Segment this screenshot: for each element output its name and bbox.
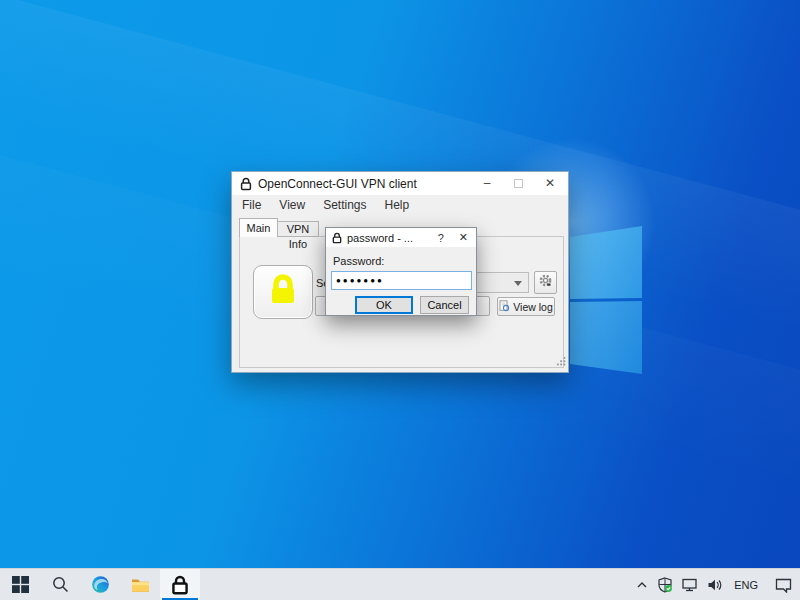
- menu-help[interactable]: Help: [376, 195, 419, 215]
- file-explorer-icon: [131, 577, 150, 593]
- lock-icon: [240, 177, 252, 191]
- resize-grip[interactable]: [556, 352, 566, 370]
- taskbar: ENG: [0, 568, 800, 600]
- action-center-icon[interactable]: [775, 578, 792, 593]
- gear-icon: [538, 273, 553, 292]
- system-tray: ENG: [636, 569, 792, 600]
- language-indicator[interactable]: ENG: [732, 579, 760, 591]
- maximize-button: [514, 179, 523, 188]
- server-settings-button[interactable]: [534, 271, 557, 294]
- tab-strip: Main VPN Info: [239, 218, 319, 237]
- yellow-lock-icon: [265, 272, 301, 312]
- password-dialog: password - ... ? ✕ Password: ●●●●●●● OK …: [325, 227, 477, 316]
- windows-logo-pane-top: [570, 225, 643, 301]
- search-icon: [52, 576, 69, 593]
- desktop: OpenConnect-GUI VPN client – ✕ File View…: [0, 0, 800, 600]
- menu-view[interactable]: View: [270, 195, 314, 215]
- tab-main[interactable]: Main: [239, 218, 278, 237]
- menu-file[interactable]: File: [233, 195, 270, 215]
- password-label: Password:: [333, 255, 384, 267]
- password-input[interactable]: ●●●●●●●: [331, 271, 472, 290]
- view-log-label: View log: [513, 301, 553, 313]
- window-title: OpenConnect-GUI VPN client: [258, 177, 417, 191]
- windows-start-icon: [12, 576, 29, 593]
- network-icon[interactable]: [682, 578, 698, 592]
- tab-vpn-info[interactable]: VPN Info: [278, 221, 319, 237]
- start-button[interactable]: [0, 569, 40, 600]
- taskbar-edge-button[interactable]: [80, 569, 120, 600]
- lock-icon: [332, 232, 342, 244]
- edge-icon: [91, 575, 110, 594]
- tray-chevron-up-icon[interactable]: [636, 579, 648, 591]
- taskbar-file-explorer-button[interactable]: [120, 569, 160, 600]
- view-log-button[interactable]: View log: [497, 297, 555, 316]
- dialog-close-button[interactable]: ✕: [459, 231, 468, 244]
- chevron-down-icon: [514, 281, 522, 286]
- help-button[interactable]: ?: [438, 232, 444, 244]
- taskbar-openconnect-button[interactable]: [160, 569, 200, 600]
- main-titlebar[interactable]: OpenConnect-GUI VPN client – ✕: [232, 172, 568, 195]
- menu-settings[interactable]: Settings: [314, 195, 375, 215]
- ok-button[interactable]: OK: [355, 296, 413, 314]
- connect-lock-button[interactable]: [253, 265, 313, 319]
- cancel-button[interactable]: Cancel: [420, 296, 469, 314]
- menu-bar: File View Settings Help: [232, 195, 568, 215]
- windows-security-icon[interactable]: [657, 577, 673, 593]
- dialog-titlebar[interactable]: password - ... ? ✕: [326, 228, 476, 247]
- volume-icon[interactable]: [707, 578, 723, 592]
- openconnect-lock-icon: [171, 575, 189, 595]
- windows-logo-pane-bottom: [570, 301, 643, 377]
- close-button[interactable]: ✕: [544, 172, 556, 195]
- taskbar-search-button[interactable]: [40, 569, 80, 600]
- minimize-button[interactable]: –: [481, 172, 493, 195]
- dialog-title: password - ...: [347, 232, 413, 244]
- log-magnifier-icon: [499, 300, 510, 314]
